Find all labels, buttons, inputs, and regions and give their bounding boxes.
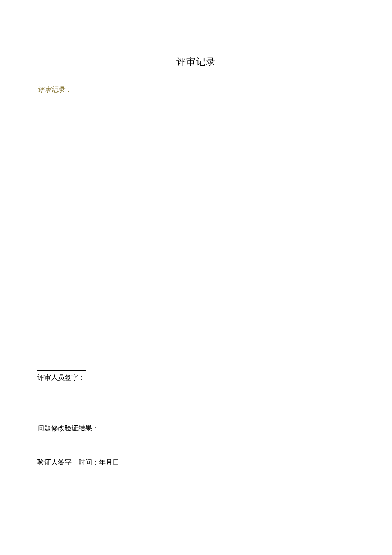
verification-result-label: 问题修改验证结果：: [37, 424, 99, 433]
verifier-signature-label: 验证人签字：时间：年月日: [37, 458, 119, 467]
reviewer-signature-line: [37, 370, 86, 371]
review-record-label: 评审记录：: [37, 85, 72, 94]
verification-result-line: [37, 421, 94, 421]
reviewer-signature-label: 评审人员签字：: [37, 373, 85, 382]
page-title: 评审记录: [0, 55, 392, 68]
